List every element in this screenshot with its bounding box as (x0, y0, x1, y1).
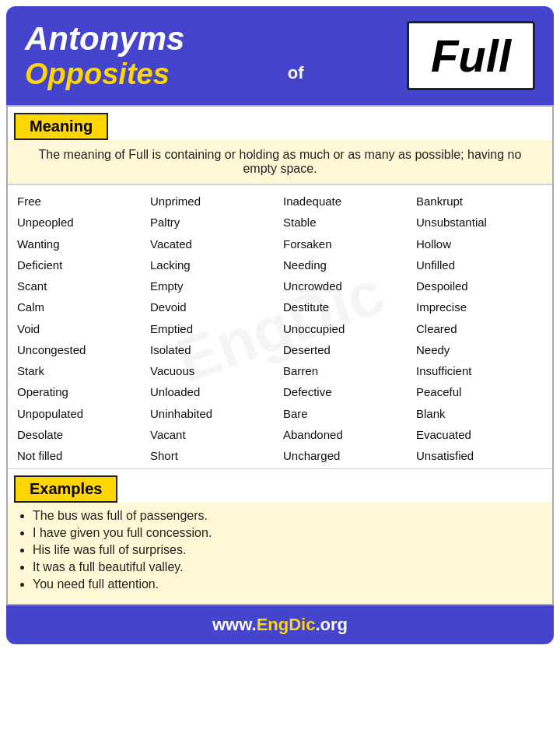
word-item: Forsaken (283, 234, 410, 254)
word-item: Vacated (150, 234, 277, 254)
example-item: The bus was full of passengers. (33, 509, 537, 523)
word-item: Scant (17, 276, 144, 296)
word-item: Lacking (150, 255, 277, 275)
word-col-3: InadequateStableForsakenNeedingUncrowded… (280, 191, 413, 465)
word-item: Unloaded (150, 382, 277, 402)
word-col-2: UnprimedPaltryVacatedLackingEmptyDevoidE… (147, 191, 280, 465)
word-item: Unpopulated (17, 404, 144, 423)
word-item: Wanting (17, 234, 144, 254)
footer-url: www.EngDic.org (6, 615, 554, 635)
word-item: Despoiled (416, 276, 543, 296)
word-item: Needing (283, 255, 410, 275)
meaning-section: Meaning The meaning of Full is containin… (8, 107, 552, 185)
examples-section: Examples The bus was full of passengers.… (8, 468, 552, 604)
word-item: Devoid (150, 297, 277, 317)
header-of-label: of (288, 63, 304, 91)
page-header: Antonyms Opposites of Full (6, 6, 554, 105)
example-item: I have given you full concession. (33, 526, 537, 540)
word-item: Abandoned (283, 425, 410, 444)
word-item: Paltry (150, 212, 277, 232)
word-item: Imprecise (416, 297, 543, 317)
word-item: Evacuated (416, 425, 543, 444)
word-item: Bankrupt (416, 191, 543, 211)
word-item: Unprimed (150, 191, 277, 211)
word-item: Unpeopled (17, 212, 144, 232)
word-item: Insufficient (416, 361, 543, 381)
word-item: Uninhabited (150, 404, 277, 423)
word-item: Unsubstantial (416, 212, 543, 232)
word-col-4: BankruptUnsubstantialHollowUnfilledDespo… (413, 191, 546, 465)
word-item: Defective (283, 382, 410, 402)
word-item: Vacant (150, 425, 277, 444)
header-word: Full (407, 21, 535, 90)
word-item: Cleared (416, 319, 543, 338)
word-item: Desolate (17, 425, 144, 444)
main-content: Meaning The meaning of Full is containin… (6, 105, 554, 605)
word-item: Bare (283, 404, 410, 423)
title-opposites: Opposites (25, 58, 184, 91)
word-item: Needy (416, 340, 543, 359)
word-grid: FreeUnpeopledWantingDeficientScantCalmVo… (8, 185, 552, 468)
meaning-text: The meaning of Full is containing or hol… (8, 140, 552, 184)
example-item: It was a full beautiful valley. (33, 560, 537, 574)
word-item: Void (17, 319, 144, 338)
word-item: Inadequate (283, 191, 410, 211)
word-item: Vacuous (150, 361, 277, 381)
word-item: Barren (283, 361, 410, 381)
word-item: Empty (150, 276, 277, 296)
word-item: Uncrowded (283, 276, 410, 296)
word-item: Stark (17, 361, 144, 381)
meaning-label: Meaning (14, 113, 108, 140)
word-item: Emptied (150, 319, 277, 338)
word-item: Uncharged (283, 446, 410, 465)
word-item: Peaceful (416, 382, 543, 402)
word-item: Unfilled (416, 255, 543, 275)
word-grid-wrapper: EngDic FreeUnpeopledWantingDeficientScan… (8, 185, 552, 468)
word-item: Hollow (416, 234, 543, 254)
examples-label: Examples (14, 475, 117, 503)
examples-list: The bus was full of passengers.I have gi… (8, 503, 552, 604)
word-item: Unsatisfied (416, 446, 543, 465)
word-item: Free (17, 191, 144, 211)
footer-brand: EngDic (257, 615, 316, 634)
page-footer: www.EngDic.org (6, 605, 554, 644)
word-item: Not filled (17, 446, 144, 465)
word-item: Stable (283, 212, 410, 232)
word-col-1: FreeUnpeopledWantingDeficientScantCalmVo… (14, 191, 147, 465)
footer-org: .org (315, 615, 348, 634)
word-item: Blank (416, 404, 543, 423)
word-item: Destitute (283, 297, 410, 317)
word-item: Short (150, 446, 277, 465)
word-item: Unoccupied (283, 319, 410, 338)
example-item: You need full attention. (33, 577, 537, 591)
word-item: Deficient (17, 255, 144, 275)
header-titles: Antonyms Opposites (25, 20, 184, 91)
title-antonyms: Antonyms (25, 20, 184, 58)
word-item: Deserted (283, 340, 410, 359)
word-item: Calm (17, 297, 144, 317)
word-item: Isolated (150, 340, 277, 359)
footer-www: www. (212, 615, 257, 634)
example-item: His life was full of surprises. (33, 543, 537, 557)
word-item: Uncongested (17, 340, 144, 359)
word-item: Operating (17, 382, 144, 402)
